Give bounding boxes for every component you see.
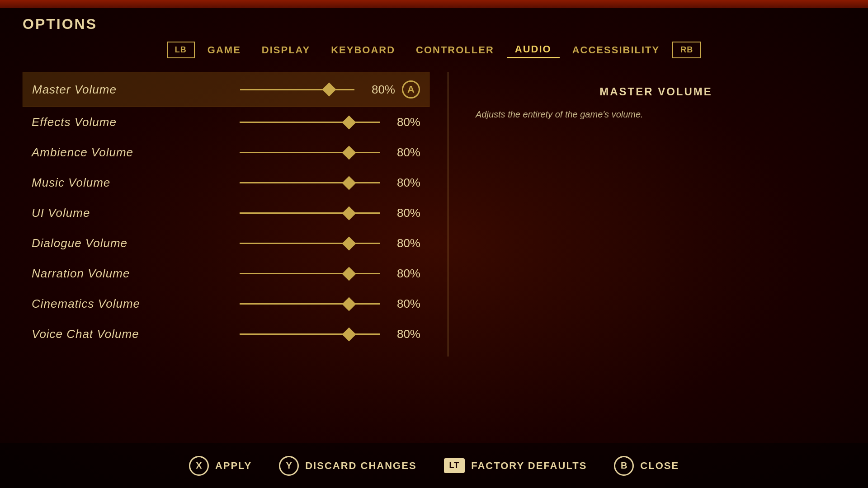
action-bar: X APPLY Y DISCARD CHANGES LT FACTORY DEF… — [0, 443, 868, 488]
slider-thumb — [342, 297, 356, 311]
discard-label: DISCARD CHANGES — [305, 460, 416, 472]
info-panel: MASTER VOLUME Adjusts the entirety of th… — [467, 72, 845, 357]
setting-value-ambience-volume: 80% — [389, 145, 420, 160]
setting-value-cinematics-volume: 80% — [389, 297, 420, 311]
slider-thumb — [342, 327, 356, 341]
slider-cinematics-volume[interactable] — [240, 303, 380, 305]
setting-row-effects-volume[interactable]: Effects Volume 80% — [23, 107, 429, 137]
a-button[interactable]: A — [402, 80, 420, 99]
tab-controller[interactable]: CONTROLLER — [408, 42, 502, 58]
slider-thumb — [342, 145, 356, 160]
slider-voice-chat-volume[interactable] — [240, 333, 380, 335]
main-content: Master Volume 80% A Effects Volume 80% — [23, 72, 845, 357]
setting-value-narration-volume: 80% — [389, 267, 420, 281]
slider-thumb — [342, 236, 356, 250]
slider-master-volume[interactable] — [240, 89, 354, 90]
slider-effects-volume[interactable] — [240, 122, 380, 123]
setting-label-ambience-volume: Ambience Volume — [32, 145, 240, 160]
setting-label-master-volume: Master Volume — [32, 83, 240, 97]
slider-ui-volume[interactable] — [240, 212, 380, 214]
setting-value-ui-volume: 80% — [389, 206, 420, 220]
setting-label-voice-chat-volume: Voice Chat Volume — [32, 327, 240, 341]
slider-track — [240, 152, 380, 153]
slider-thumb — [322, 82, 336, 96]
factory-defaults-action[interactable]: LT FACTORY DEFAULTS — [444, 458, 587, 473]
slider-thumb — [342, 267, 356, 281]
slider-track — [240, 122, 380, 123]
slider-track — [240, 212, 380, 214]
info-panel-title: MASTER VOLUME — [476, 85, 836, 98]
slider-track — [240, 243, 380, 244]
tab-keyboard[interactable]: KEYBOARD — [323, 42, 403, 58]
page-title: OPTIONS — [23, 0, 845, 42]
close-label: CLOSE — [640, 460, 679, 472]
slider-track — [240, 273, 380, 274]
close-action[interactable]: B CLOSE — [614, 456, 679, 476]
slider-track — [240, 333, 380, 335]
settings-list: Master Volume 80% A Effects Volume 80% — [23, 72, 429, 357]
apply-action[interactable]: X APPLY — [189, 456, 252, 476]
setting-row-cinematics-volume[interactable]: Cinematics Volume 80% — [23, 289, 429, 319]
slider-track — [240, 303, 380, 305]
setting-label-music-volume: Music Volume — [32, 176, 240, 190]
slider-track — [240, 89, 354, 90]
setting-row-ui-volume[interactable]: UI Volume 80% — [23, 198, 429, 228]
setting-value-voice-chat-volume: 80% — [389, 327, 420, 341]
discard-action[interactable]: Y DISCARD CHANGES — [279, 456, 416, 476]
slider-track — [240, 182, 380, 183]
b-button: B — [614, 456, 634, 476]
setting-label-effects-volume: Effects Volume — [32, 115, 240, 129]
setting-value-effects-volume: 80% — [389, 115, 420, 129]
setting-label-cinematics-volume: Cinematics Volume — [32, 297, 240, 311]
setting-row-voice-chat-volume[interactable]: Voice Chat Volume 80% — [23, 319, 429, 349]
info-panel-description: Adjusts the entirety of the game's volum… — [476, 107, 836, 122]
setting-value-music-volume: 80% — [389, 176, 420, 190]
slider-thumb — [342, 115, 356, 129]
slider-narration-volume[interactable] — [240, 273, 380, 274]
apply-label: APPLY — [215, 460, 252, 472]
slider-music-volume[interactable] — [240, 182, 380, 183]
setting-value-master-volume: 80% — [363, 83, 395, 97]
section-divider — [448, 72, 448, 357]
right-bumper-button[interactable]: RB — [672, 42, 701, 58]
setting-label-narration-volume: Narration Volume — [32, 267, 240, 281]
tab-game[interactable]: GAME — [199, 42, 249, 58]
factory-defaults-label: FACTORY DEFAULTS — [471, 460, 587, 472]
setting-row-narration-volume[interactable]: Narration Volume 80% — [23, 258, 429, 289]
setting-row-ambience-volume[interactable]: Ambience Volume 80% — [23, 137, 429, 168]
setting-value-dialogue-volume: 80% — [389, 236, 420, 250]
tab-display[interactable]: DISPLAY — [254, 42, 318, 58]
tab-navigation: LB GAME DISPLAY KEYBOARD CONTROLLER AUDI… — [23, 42, 845, 58]
y-button: Y — [279, 456, 299, 476]
left-bumper-button[interactable]: LB — [167, 42, 195, 58]
setting-row-music-volume[interactable]: Music Volume 80% — [23, 168, 429, 198]
x-button: X — [189, 456, 209, 476]
lt-button: LT — [444, 458, 465, 473]
tab-accessibility[interactable]: ACCESSIBILITY — [564, 42, 668, 58]
slider-dialogue-volume[interactable] — [240, 243, 380, 244]
setting-label-ui-volume: UI Volume — [32, 206, 240, 220]
slider-ambience-volume[interactable] — [240, 152, 380, 153]
setting-row-master-volume[interactable]: Master Volume 80% A — [23, 72, 429, 107]
slider-thumb — [342, 206, 356, 220]
slider-thumb — [342, 176, 356, 190]
setting-row-dialogue-volume[interactable]: Dialogue Volume 80% — [23, 228, 429, 258]
setting-label-dialogue-volume: Dialogue Volume — [32, 236, 240, 250]
tab-audio[interactable]: AUDIO — [507, 42, 560, 58]
